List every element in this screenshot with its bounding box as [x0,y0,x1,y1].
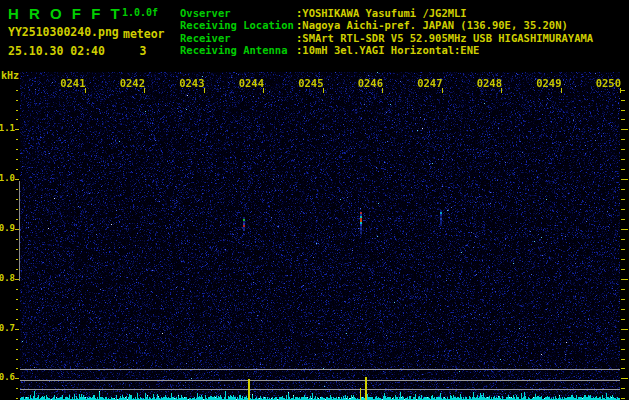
x-time-tick [382,88,383,93]
info-value: :Nagoya Aichi-pref. JAPAN (136.90E, 35.2… [296,19,568,31]
y-tick [16,90,18,91]
y-tick-right [621,179,628,180]
y-tick-right [621,139,625,140]
info-label: Receiving Location [180,19,296,31]
y-tick-right [621,110,625,111]
x-time-label: 0248 [472,78,502,89]
y-tick-right [621,299,625,300]
y-tick-right [621,319,625,320]
reference-line [20,380,620,381]
y-tick-right [621,309,625,310]
y-tick-right [621,289,625,290]
info-label: Receiving Antenna [180,44,296,56]
spectrogram-canvas [20,72,620,400]
y-tick [16,239,18,240]
y-tick [16,359,18,360]
x-time-label: 0243 [175,78,205,89]
echo-segment [243,229,245,231]
meteor-marker [365,377,367,400]
y-tick-right [621,368,625,369]
y-tick [16,319,18,320]
observation-datetime: 25.10.30 02:40 [8,44,105,58]
y-tick [16,349,18,350]
echo-trace [360,212,362,234]
y-tick [16,110,18,111]
observation-mode: meteor [123,27,165,41]
info-value: :SMArt RTL-SDR V5 52.905MHz USB HIGASHIM… [296,32,593,44]
y-tick [16,139,18,140]
y-tick-right [621,349,625,350]
y-tick [16,159,18,160]
y-tick [16,209,18,210]
info-label: Receiver [180,32,296,44]
y-tick [16,169,18,170]
output-filename: YY2510300240.png [8,25,119,39]
x-time-tick [323,88,324,93]
y-tick-right [621,149,625,150]
x-time-label: 0242 [115,78,145,89]
y-tick-right [621,378,628,379]
x-time-label: 0250 [591,78,621,89]
y-tick-right [621,249,625,250]
echo-segment [360,232,362,234]
x-time-label: 0244 [234,78,264,89]
x-time-tick [85,88,86,93]
x-time-label: 0247 [413,78,443,89]
echo-trace [440,210,442,226]
y-tick [15,129,19,130]
info-row: Receiving Location:Nagoya Aichi-pref. JA… [180,19,593,31]
y-tick [16,289,18,290]
y-tick-right [621,339,625,340]
hrofft-window: H R O F F T 1.0.0f YY2510300240.png mete… [0,0,629,400]
info-row: Ovserver:YOSHIKAWA Yasufumi /JG2MLI [180,7,593,19]
station-info: Ovserver:YOSHIKAWA Yasufumi /JG2MLIRecei… [180,7,593,57]
info-value: :10mH 3el.YAGI Horizontal:ENE [296,44,479,56]
info-label: Ovserver [180,7,296,19]
meteor-marker [360,388,361,400]
x-time-tick [561,88,562,93]
y-tick [16,189,18,190]
y-tick-right [621,199,625,200]
reference-line [20,389,620,390]
x-time-label: 0249 [532,78,562,89]
y-tick [16,269,18,270]
y-tick [16,368,18,369]
y-tick-label: 1.0 [0,174,16,183]
y-tick-right [621,119,625,120]
y-tick-right [621,259,625,260]
y-tick-right [621,100,625,101]
y-tick [16,309,18,310]
y-tick-right [621,239,625,240]
x-time-tick [263,88,264,93]
y-tick-label: 0.8 [0,274,16,283]
info-row: Receiver:SMArt RTL-SDR V5 52.905MHz USB … [180,32,593,44]
y-tick [15,378,19,379]
y-tick [16,398,18,399]
x-time-tick [204,88,205,93]
y-tick-right [621,169,625,170]
x-time-tick [620,88,621,93]
y-tick [16,119,18,120]
y-tick [16,339,18,340]
y-tick-right [621,398,625,399]
y-tick-right [621,359,625,360]
x-time-tick [144,88,145,93]
info-row: Receiving Antenna:10mH 3el.YAGI Horizont… [180,44,593,56]
info-value: :YOSHIKAWA Yasufumi /JG2MLI [296,7,467,19]
x-time-label: 0241 [56,78,86,89]
frequency-range-bar [19,181,20,281]
reference-line [20,369,620,370]
y-tick-right [621,209,625,210]
y-axis-unit-label: kHz [1,70,19,81]
y-tick [16,249,18,250]
y-tick [16,299,18,300]
x-time-label: 0246 [353,78,383,89]
y-tick [16,259,18,260]
y-tick-label: 1.1 [0,124,16,133]
app-version: 1.0.0f [122,7,158,18]
y-tick [16,388,18,389]
y-tick [16,149,18,150]
echo-trace [243,217,245,231]
x-time-tick [442,88,443,93]
y-tick [16,100,18,101]
